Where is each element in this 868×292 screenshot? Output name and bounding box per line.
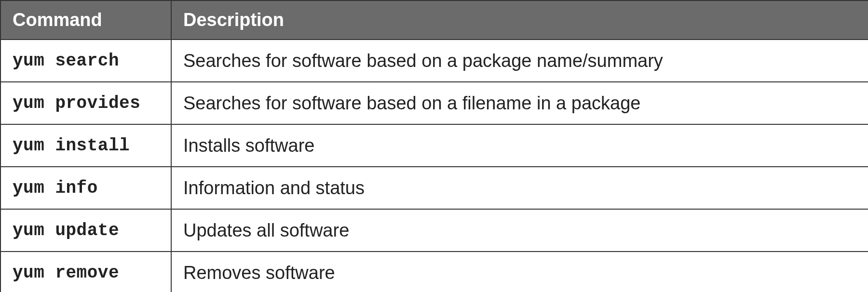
cell-description: Searches for software based on a package… (171, 40, 868, 82)
table-row: yum info Information and status (0, 167, 868, 209)
yum-commands-table: Command Description yum search Searches … (0, 0, 868, 292)
table-row: yum update Updates all software (0, 209, 868, 252)
cell-command: yum install (0, 124, 171, 167)
cell-command: yum info (0, 167, 171, 209)
cell-command: yum search (0, 40, 171, 82)
cell-command: yum remove (0, 252, 171, 292)
cell-description: Removes software (171, 252, 868, 292)
header-description: Description (171, 0, 868, 40)
cell-command: yum provides (0, 82, 171, 124)
header-command: Command (0, 0, 171, 40)
table-row: yum provides Searches for software based… (0, 82, 868, 124)
cell-description: Updates all software (171, 209, 868, 252)
cell-description: Information and status (171, 167, 868, 209)
table-row: yum install Installs software (0, 124, 868, 167)
table-row: yum search Searches for software based o… (0, 40, 868, 82)
table-row: yum remove Removes software (0, 252, 868, 292)
cell-command: yum update (0, 209, 171, 252)
cell-description: Searches for software based on a filenam… (171, 82, 868, 124)
table-header-row: Command Description (0, 0, 868, 40)
cell-description: Installs software (171, 124, 868, 167)
